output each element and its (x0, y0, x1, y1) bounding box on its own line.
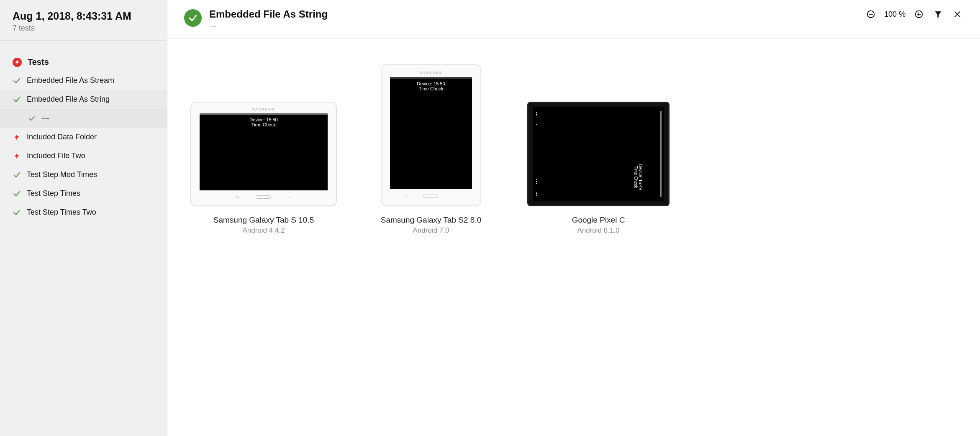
device-brand: SAMSUNG (420, 69, 442, 77)
device-name: Samsung Galaxy Tab S2 8.0 (381, 215, 481, 225)
device-label: Google Pixel C Android 8.1.0 (572, 215, 625, 235)
topbar: Embedded File As String --- 100 % (167, 0, 980, 39)
sidebar-item-label: Included Data Folder (27, 133, 97, 141)
topbar-heading: Embedded File As String --- (209, 8, 328, 30)
check-icon (13, 95, 21, 104)
tests-heading-label: Tests (28, 57, 49, 67)
device-frame: SAMSUNG Device: 15:50 Time Check ⇋← (381, 64, 481, 206)
sidebar-item-test-step-times[interactable]: Test Step Times (0, 184, 167, 203)
run-timestamp: Aug 1, 2018, 8:43:31 AM (13, 10, 154, 22)
check-icon (13, 208, 21, 217)
nav-icon (536, 179, 537, 184)
device-home-row: ⇋← (236, 193, 292, 201)
device-card[interactable]: Device: 15:49 Time Check Google Pixel C … (523, 102, 674, 235)
device-sidebar-strip (660, 111, 662, 197)
check-icon (13, 77, 21, 85)
lightning-icon (13, 133, 21, 141)
nav-icon (536, 124, 537, 125)
sidebar: Aug 1, 2018, 8:43:31 AM 7 tests Tests Em… (0, 0, 167, 436)
screen-line-2: Time Check (634, 164, 638, 190)
check-icon (13, 190, 21, 198)
screen-line-2: Time Check (251, 122, 276, 127)
close-button[interactable] (952, 8, 963, 20)
nav-icon (536, 192, 537, 196)
topbar-controls: 100 % (865, 8, 963, 20)
sidebar-item-label: Test Step Times (27, 189, 80, 198)
device-frame: Device: 15:49 Time Check (527, 102, 670, 206)
device-label: Samsung Galaxy Tab S 10.5 Android 4.4.2 (213, 215, 314, 235)
device-screen-content: Device: 15:50 Time Check (390, 79, 472, 189)
device-name: Samsung Galaxy Tab S 10.5 (213, 215, 314, 225)
topbar-left: Embedded File As String --- (184, 8, 865, 30)
test-subtitle: --- (209, 22, 328, 30)
status-pass-icon (184, 9, 202, 27)
device-frame: SAMSUNG Device: 15:50 Time Check ⇋← (190, 102, 337, 206)
sidebar-header: Aug 1, 2018, 8:43:31 AM 7 tests (0, 0, 167, 41)
zoom-level: 100 % (884, 10, 906, 19)
device-screen: Device: 15:50 Time Check (390, 77, 472, 189)
filter-button[interactable] (932, 8, 944, 20)
sidebar-item-embedded-file-as-string[interactable]: Embedded File As String (0, 90, 167, 109)
device-os: Android 8.1.0 (572, 226, 625, 235)
sidebar-item-test-step-times-two[interactable]: Test Step Times Two (0, 203, 167, 222)
tests-status-icon (13, 58, 22, 67)
sidebar-item-included-data-folder[interactable]: Included Data Folder (0, 128, 167, 146)
test-list: Embedded File As Stream Embedded File As… (0, 71, 167, 222)
device-home-row: ⇋← (405, 191, 457, 201)
device-name: Google Pixel C (572, 215, 625, 225)
tests-section: Tests Embedded File As Stream Embedded F… (0, 41, 167, 222)
device-os: Android 4.4.2 (213, 226, 314, 235)
sidebar-item-label: Test Step Mod Times (27, 170, 97, 179)
check-icon (13, 171, 21, 179)
device-card[interactable]: SAMSUNG Device: 15:50 Time Check ⇋← Sams… (356, 64, 506, 235)
nav-icon (536, 112, 537, 115)
sidebar-item-included-file-two[interactable]: Included File Two (0, 146, 167, 165)
device-grid: SAMSUNG Device: 15:50 Time Check ⇋← Sams… (167, 39, 980, 260)
run-test-count: 7 tests (13, 24, 154, 33)
zoom-out-button[interactable] (865, 8, 877, 20)
sidebar-item-label: Test Step Times Two (27, 208, 96, 217)
sidebar-item-label: Embedded File As String (27, 95, 110, 104)
check-icon (28, 114, 36, 123)
device-screen: Device: 15:50 Time Check (200, 113, 328, 190)
device-screen-content: Device: 15:50 Time Check (200, 115, 328, 190)
sidebar-item-label: Embedded File As Stream (27, 76, 114, 85)
device-card[interactable]: SAMSUNG Device: 15:50 Time Check ⇋← Sams… (188, 102, 339, 235)
device-os: Android 7.0 (381, 226, 481, 235)
device-screen: Device: 15:49 Time Check (533, 107, 664, 201)
sidebar-subitem-label: --- (42, 114, 49, 123)
sidebar-item-embedded-file-as-stream[interactable]: Embedded File As Stream (0, 71, 167, 90)
lightning-icon (13, 152, 21, 160)
sidebar-item-test-step-mod-times[interactable]: Test Step Mod Times (0, 165, 167, 184)
sidebar-subitem[interactable]: --- (0, 109, 167, 128)
screen-line-1: Device: 15:50 (417, 81, 445, 86)
main-panel: Embedded File As String --- 100 % SAMSU (167, 0, 980, 436)
screen-line-2: Time Check (419, 86, 443, 91)
device-screen-content: Device: 15:49 Time Check (552, 107, 645, 201)
device-label: Samsung Galaxy Tab S2 8.0 Android 7.0 (381, 215, 481, 235)
screen-line-1: Device: 15:50 (249, 117, 277, 122)
sidebar-item-label: Included File Two (27, 151, 85, 160)
test-title: Embedded File As String (209, 8, 328, 20)
device-brand: SAMSUNG (252, 107, 275, 113)
screen-line-1: Device: 15:49 (638, 164, 643, 190)
tests-heading[interactable]: Tests (0, 53, 167, 71)
zoom-in-button[interactable] (913, 8, 925, 20)
